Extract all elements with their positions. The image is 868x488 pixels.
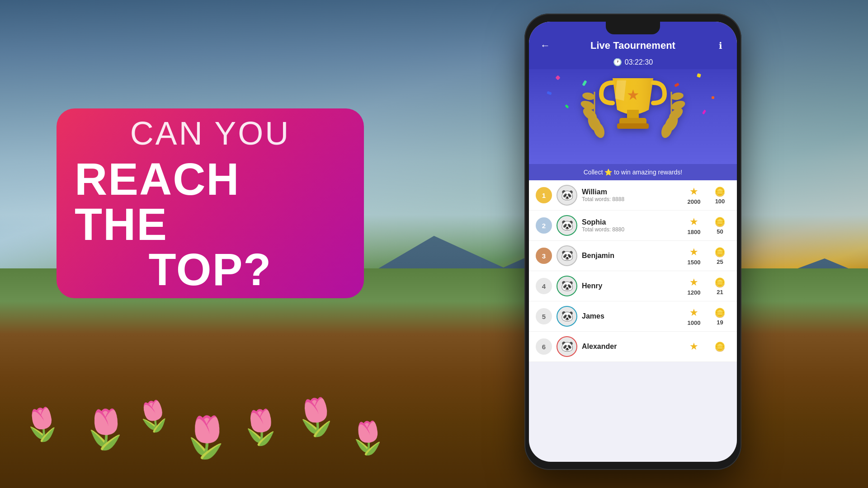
rank-number-5: 5 [542, 313, 546, 320]
rank-badge-4: 4 [536, 278, 552, 294]
score-num-4: 1200 [688, 289, 701, 296]
lb-name-5: James [582, 312, 678, 320]
svg-rect-15 [617, 123, 649, 129]
collect-text: Collect ⭐ to win amazing rewards! [584, 169, 683, 176]
rank-badge-2: 2 [536, 217, 552, 234]
tulip-deco-3: 🌷 [133, 397, 175, 436]
coin-num-1: 100 [715, 198, 725, 205]
lb-name-3: Benjamin [582, 252, 678, 260]
lb-score-6: ★ [683, 341, 705, 352]
timer-row: 🕐 03:22:30 [538, 55, 728, 69]
lb-score-3: ★ 1500 [683, 246, 705, 266]
promo-line3: TOP? [149, 247, 272, 292]
lb-name-area-1: William Total words: 8888 [582, 188, 678, 202]
coin-num-3: 25 [717, 258, 723, 265]
confetti-5 [547, 91, 552, 95]
phone-body: ← Live Taournement ℹ 🕐 03:22:30 [524, 14, 741, 470]
timer-value: 03:22:30 [625, 58, 653, 66]
rank-number-2: 2 [542, 222, 546, 230]
lb-row-6: 6 🐼 Alexander ★ 🪙 [529, 332, 737, 362]
tulip-deco-5: 🌷 [240, 408, 282, 447]
info-button[interactable]: ℹ [713, 40, 728, 51]
confetti-6 [712, 96, 714, 99]
leaderboard: 1 🐼 William Total words: 8888 ★ 2000 🪙 1… [529, 180, 737, 362]
coin-icon-1: 🪙 [714, 186, 726, 197]
coin-area-6: 🪙 [710, 341, 730, 352]
star-icon-4: ★ [689, 277, 698, 288]
lb-name-area-2: Sophia Total words: 8880 [582, 218, 678, 233]
rank-number-4: 4 [542, 282, 546, 290]
score-num-1: 2000 [688, 198, 701, 205]
score-num-3: 1500 [688, 259, 701, 266]
trophy-graphic: ★ [570, 74, 696, 160]
lb-sub-1: Total words: 8888 [582, 196, 678, 202]
lb-name-area-3: Benjamin [582, 252, 678, 260]
lb-name-area-6: Alexander [582, 343, 678, 351]
avatar-4: 🐼 [557, 276, 577, 296]
star-icon-5: ★ [689, 307, 698, 319]
tulip-deco-4: 🌷 [179, 411, 234, 463]
lb-name-6: Alexander [582, 343, 678, 351]
tulip-deco-2: 🌷 [80, 405, 130, 453]
tulip-deco-7: 🌷 [348, 419, 387, 456]
avatar-6: 🐼 [557, 336, 577, 357]
phone-screen: ← Live Taournement ℹ 🕐 03:22:30 [529, 22, 737, 462]
trophy-area: ★ [529, 69, 737, 164]
lb-name-1: William [582, 188, 678, 196]
avatar-2: 🐼 [557, 215, 577, 236]
lb-score-4: ★ 1200 [683, 277, 705, 296]
star-icon-6: ★ [689, 341, 698, 352]
coin-area-1: 🪙 100 [710, 186, 730, 205]
confetti-3 [697, 73, 701, 78]
collect-bar: Collect ⭐ to win amazing rewards! [529, 164, 737, 180]
app-title: Live Taournement [552, 40, 713, 52]
svg-text:★: ★ [627, 87, 640, 103]
svg-point-9 [670, 92, 684, 101]
lb-row-2: 2 🐼 Sophia Total words: 8880 ★ 1800 🪙 50 [529, 211, 737, 241]
coin-num-2: 50 [717, 228, 723, 235]
lb-name-2: Sophia [582, 218, 678, 226]
lb-row-3: 3 🐼 Benjamin ★ 1500 🪙 25 [529, 241, 737, 271]
star-icon-3: ★ [689, 246, 698, 258]
back-button[interactable]: ← [538, 40, 552, 52]
rank-number-3: 3 [542, 252, 546, 260]
phone: ← Live Taournement ℹ 🕐 03:22:30 [524, 14, 741, 470]
confetti-7 [565, 104, 569, 108]
promo-box: CAN YOU REACH THE TOP? [57, 108, 364, 298]
coin-num-5: 19 [717, 319, 723, 326]
star-icon-2: ★ [689, 216, 698, 228]
lb-score-2: ★ 1800 [683, 216, 705, 235]
app-header-top: ← Live Taournement ℹ [538, 40, 728, 52]
clock-icon: 🕐 [613, 58, 622, 66]
tulip-deco-6: 🌷 [293, 394, 340, 439]
avatar-1: 🐼 [557, 185, 577, 206]
lb-sub-2: Total words: 8880 [582, 226, 678, 233]
svg-rect-13 [627, 110, 639, 119]
coin-icon-2: 🪙 [714, 216, 726, 227]
coin-icon-4: 🪙 [714, 277, 726, 288]
rank-badge-5: 5 [536, 308, 552, 324]
avatar-5: 🐼 [557, 306, 577, 327]
lb-row-4: 4 🐼 Henry ★ 1200 🪙 21 [529, 271, 737, 301]
coin-area-2: 🪙 50 [710, 216, 730, 235]
coin-area-3: 🪙 25 [710, 247, 730, 265]
lb-score-5: ★ 1000 [683, 307, 705, 326]
lb-name-area-5: James [582, 312, 678, 320]
promo-line1: CAN YOU [130, 115, 291, 152]
coin-icon-3: 🪙 [714, 247, 726, 258]
star-icon-1: ★ [689, 186, 698, 197]
coin-num-4: 21 [717, 289, 723, 296]
rank-number-1: 1 [542, 192, 546, 199]
confetti-8 [702, 109, 706, 114]
rank-badge-3: 3 [536, 248, 552, 264]
score-num-5: 1000 [688, 319, 701, 326]
lb-name-4: Henry [582, 282, 678, 290]
lb-row-5: 5 🐼 James ★ 1000 🪙 19 [529, 301, 737, 332]
rank-number-6: 6 [542, 343, 546, 351]
phone-notch [606, 22, 660, 34]
tulip-deco-1: 🌷 [21, 404, 64, 444]
coin-icon-5: 🪙 [714, 307, 726, 318]
lb-score-1: ★ 2000 [683, 186, 705, 205]
avatar-3: 🐼 [557, 245, 577, 266]
coin-area-5: 🪙 19 [710, 307, 730, 326]
